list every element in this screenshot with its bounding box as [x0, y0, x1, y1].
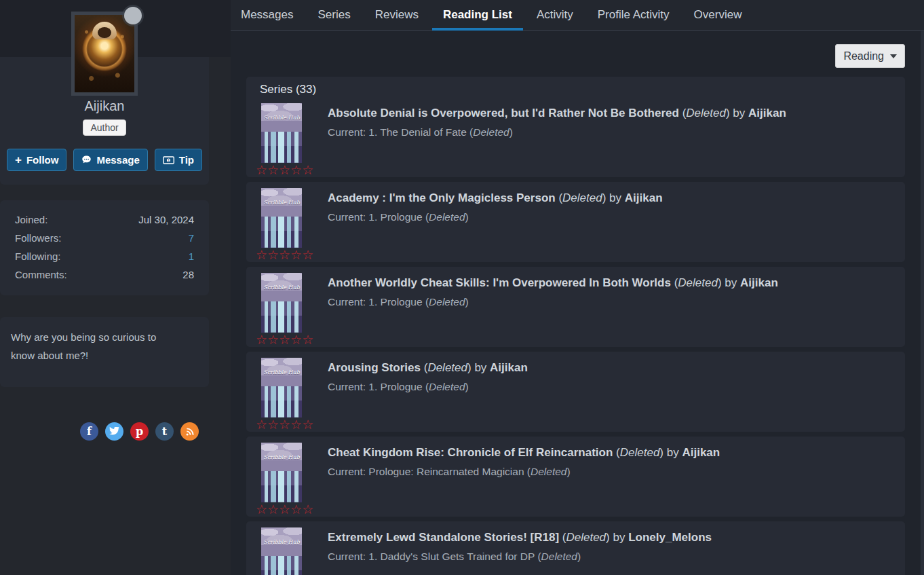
- follow-button[interactable]: + Follow: [7, 149, 66, 171]
- banknote-icon: 1: [163, 156, 174, 164]
- tip-button[interactable]: 1 Tip: [155, 149, 202, 171]
- series-cover-thumbnail[interactable]: Scribble Hub: [261, 103, 302, 163]
- series-title-line: Cheat Kingdom Rise: Chronicle of Elf Rei…: [328, 444, 891, 461]
- current-chapter-link[interactable]: 1. Prologue: [368, 381, 422, 392]
- svg-text:1: 1: [168, 158, 170, 162]
- reading-list-filter-select[interactable]: Reading: [835, 44, 905, 68]
- deleted-flag: (Deleted): [562, 531, 610, 544]
- profile-tabbar: Messages Series Reviews Reading List Act…: [231, 0, 924, 31]
- reading-list-cards: Series (33) Scribble Hub ☆☆☆☆☆ Absolute …: [246, 77, 905, 575]
- main-content: Messages Series Reviews Reading List Act…: [231, 0, 924, 575]
- profile-bio-text: Why are you being so curious to know abo…: [11, 328, 182, 365]
- series-cover-thumbnail[interactable]: Scribble Hub: [261, 273, 302, 333]
- rating-stars[interactable]: ☆☆☆☆☆: [256, 162, 313, 177]
- current-chapter-link[interactable]: 1. Daddy's Slut Gets Trained for DP: [368, 551, 535, 562]
- twitter-icon[interactable]: [105, 422, 123, 441]
- deleted-flag: (Deleted): [537, 551, 581, 562]
- series-title[interactable]: Another Worldly Cheat Skills: I'm Overpo…: [328, 276, 671, 289]
- series-author-link[interactable]: Lonely_Melons: [628, 531, 712, 544]
- current-chapter-link[interactable]: 1. The Denial of Fate: [368, 126, 466, 138]
- tumblr-icon[interactable]: t: [155, 422, 174, 441]
- stat-row-joined: Joined: Jul 30, 2024: [15, 210, 194, 229]
- message-button[interactable]: Message: [73, 149, 147, 171]
- reading-list-entry: Scribble Hub ☆☆☆☆☆ Cheat Kingdom Rise: C…: [246, 437, 905, 517]
- deleted-flag: (Deleted): [682, 107, 730, 119]
- deleted-flag: (Deleted): [425, 296, 469, 308]
- series-author-link[interactable]: Aijikan: [625, 191, 663, 204]
- current-chapter-link[interactable]: 1. Prologue: [368, 296, 422, 308]
- current-chapter-link[interactable]: Prologue: Reincarnated Magician: [368, 466, 524, 477]
- series-title-line: Arousing Stories (Deleted) by Aijikan: [328, 359, 891, 376]
- tab-reading-list[interactable]: Reading List: [443, 0, 512, 31]
- facebook-icon[interactable]: f: [80, 422, 98, 441]
- deleted-flag: (Deleted): [674, 276, 722, 289]
- entry-body: Arousing Stories (Deleted) by Aijikan Cu…: [246, 352, 905, 395]
- tab-series[interactable]: Series: [317, 0, 350, 31]
- tab-reviews[interactable]: Reviews: [375, 0, 419, 31]
- reading-list-card: Scribble Hub ☆☆☆☆☆ Extremely Lewd Standa…: [246, 521, 905, 575]
- entry-body: Another Worldly Cheat Skills: I'm Overpo…: [246, 267, 905, 310]
- reading-list-card: Scribble Hub ☆☆☆☆☆ Cheat Kingdom Rise: C…: [246, 437, 905, 517]
- stat-label: Followers:: [15, 229, 61, 247]
- profile-actions: + Follow Message 1 Tip: [0, 149, 209, 171]
- series-title-line: Absolute Denial is Overpowered, but I'd …: [328, 105, 891, 122]
- series-title[interactable]: Arousing Stories: [328, 361, 421, 374]
- avatar[interactable]: [71, 12, 138, 96]
- tab-overview[interactable]: Overview: [694, 0, 742, 31]
- reading-list-card: Scribble Hub ☆☆☆☆☆ Another Worldly Cheat…: [246, 267, 905, 347]
- series-author-link[interactable]: Aijikan: [748, 107, 786, 119]
- series-title[interactable]: Extremely Lewd Standalone Stories! [R18]: [328, 531, 559, 544]
- by-label: by: [609, 191, 621, 204]
- series-count-header: Series (33): [246, 77, 905, 97]
- reading-list-entry: Scribble Hub ☆☆☆☆☆ Academy : I'm the Onl…: [246, 182, 905, 262]
- stat-row-comments: Comments: 28: [15, 265, 194, 284]
- current-label: Current:: [328, 381, 366, 392]
- by-label: by: [474, 361, 486, 374]
- stat-value: Jul 30, 2024: [138, 210, 194, 229]
- status-indicator: [124, 7, 142, 24]
- chevron-down-icon: [890, 54, 897, 58]
- reading-list-card: Scribble Hub ☆☆☆☆☆ Academy : I'm the Onl…: [246, 182, 905, 262]
- rating-stars[interactable]: ☆☆☆☆☆: [256, 417, 313, 432]
- current-chapter-line: Current: 1. Prologue (Deleted): [328, 209, 891, 225]
- username: Aijikan: [0, 98, 209, 114]
- entry-body: Absolute Denial is Overpowered, but I'd …: [246, 97, 905, 141]
- following-count-link[interactable]: 1: [189, 247, 194, 265]
- tab-messages[interactable]: Messages: [241, 0, 293, 31]
- series-author-link[interactable]: Aijikan: [740, 276, 778, 289]
- deleted-flag: (Deleted): [425, 381, 469, 392]
- speech-bubble-icon: [81, 155, 92, 164]
- rating-stars[interactable]: ☆☆☆☆☆: [256, 502, 313, 517]
- series-title[interactable]: Absolute Denial is Overpowered, but I'd …: [328, 107, 679, 119]
- series-cover-thumbnail[interactable]: Scribble Hub: [261, 527, 302, 575]
- series-cover-thumbnail[interactable]: Scribble Hub: [261, 443, 302, 502]
- reading-list-entries: Scribble Hub ☆☆☆☆☆ Academy : I'm the Onl…: [246, 182, 905, 575]
- deleted-flag: (Deleted): [425, 211, 469, 223]
- series-author-link[interactable]: Aijikan: [490, 361, 528, 374]
- cover-site-label: Scribble Hub: [261, 284, 302, 291]
- reading-list-card: Series (33) Scribble Hub ☆☆☆☆☆ Absolute …: [246, 77, 905, 177]
- current-chapter-link[interactable]: 1. Prologue: [368, 211, 422, 223]
- series-cover-thumbnail[interactable]: Scribble Hub: [261, 188, 302, 248]
- current-label: Current:: [328, 466, 366, 477]
- profile-stats: Joined: Jul 30, 2024 Followers: 7 Follow…: [0, 200, 209, 295]
- series-title-line: Academy : I'm the Only Magicless Person …: [328, 189, 891, 206]
- reading-list-content: Reading Series (33) Scribble Hub ☆☆☆☆☆ A…: [231, 31, 924, 575]
- rating-stars[interactable]: ☆☆☆☆☆: [256, 332, 313, 347]
- series-author-link[interactable]: Aijikan: [682, 446, 720, 459]
- cover-site-label: Scribble Hub: [261, 539, 302, 545]
- stat-row-followers: Followers: 7: [15, 229, 194, 247]
- pinterest-icon[interactable]: p: [130, 422, 149, 441]
- scrollbar[interactable]: [921, 31, 924, 575]
- cover-site-label: Scribble Hub: [261, 369, 302, 375]
- tab-activity[interactable]: Activity: [537, 0, 573, 31]
- tab-profile-activity[interactable]: Profile Activity: [598, 0, 670, 31]
- series-cover-thumbnail[interactable]: Scribble Hub: [261, 358, 302, 418]
- followers-count-link[interactable]: 7: [189, 229, 194, 247]
- rating-stars[interactable]: ☆☆☆☆☆: [256, 247, 313, 262]
- series-title[interactable]: Cheat Kingdom Rise: Chronicle of Elf Rei…: [328, 446, 613, 459]
- rss-icon[interactable]: [180, 422, 199, 441]
- cover-site-label: Scribble Hub: [261, 454, 302, 460]
- by-label: by: [613, 531, 625, 544]
- series-title[interactable]: Academy : I'm the Only Magicless Person: [328, 191, 556, 204]
